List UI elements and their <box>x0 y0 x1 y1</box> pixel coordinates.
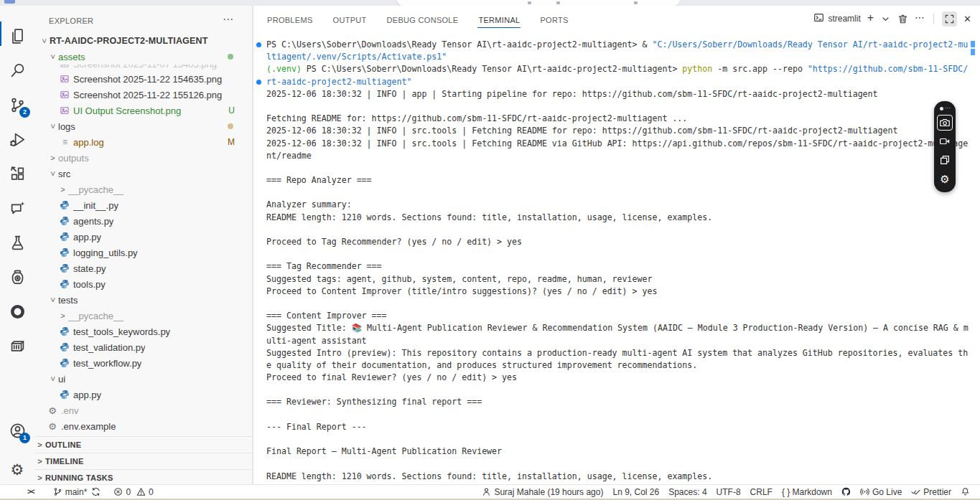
chevron-collapsed-icon: > <box>34 457 45 466</box>
tree-file-tools-py[interactable]: tools.py <box>34 276 252 292</box>
status-encoding[interactable]: UTF-8 <box>717 487 741 497</box>
terminal-line: README length: 1210 words. Sections foun… <box>253 212 980 224</box>
activity-account-icon[interactable]: 1 <box>0 416 34 445</box>
sidebar-section-timeline[interactable]: >TIMELINE <box>34 453 252 469</box>
tree-file-screenshot-2025-11-22-155126-png[interactable]: Screenshot 2025-11-22 155126.png <box>34 87 252 103</box>
tree-file-agents-py[interactable]: agents.py <box>34 213 252 229</box>
python-file-icon <box>59 199 70 211</box>
tree-file-test-validation-py[interactable]: test_validation.py <box>34 339 252 355</box>
tree-file-logging-utils-py[interactable]: logging_utils.py <box>34 245 252 260</box>
status-sync-changes[interactable] <box>91 487 101 496</box>
terminal-text-segment: Proceed to Tag Recommender? (yes / no / … <box>266 237 522 247</box>
tree-file--env[interactable]: ⚙.env <box>34 402 252 418</box>
panel-tab-ports[interactable]: PORTS <box>539 13 569 28</box>
tree-file-state-py[interactable]: state.py <box>34 260 252 276</box>
status-git-branch[interactable]: main* <box>53 487 88 497</box>
activity-container-icon[interactable] <box>0 331 34 360</box>
terminal-dropdown-chevron-icon[interactable] <box>880 14 891 24</box>
terminal-text-segment: PS C:\Users\Soberr\Downloads\Ready Tenso… <box>266 39 652 49</box>
command-decoration-icon[interactable] <box>256 80 261 85</box>
capture-widget-header[interactable]: ⋯ <box>940 105 951 112</box>
copy-capture-button[interactable] <box>937 152 953 168</box>
activity-run-debug-icon[interactable] <box>0 125 34 154</box>
activity-source-control-icon[interactable]: 2 <box>0 90 34 119</box>
status-errors-count[interactable]: 0 <box>113 487 131 497</box>
status-notifications-bell[interactable] <box>961 487 970 496</box>
python-file-icon <box>59 231 70 242</box>
panel-tab-output[interactable]: OUTPUT <box>332 13 368 28</box>
activity-extensions-icon[interactable] <box>0 159 34 188</box>
explorer-title: EXPLORER <box>49 16 93 25</box>
badge: 1 <box>19 433 30 443</box>
sidebar-section-outline[interactable]: >OUTLINE <box>34 436 252 453</box>
scrollbar-command-mark[interactable] <box>971 49 975 55</box>
tree-file-screenshot-2025-11-07-15405-png[interactable]: Screenshot 2025-11-07 15405.png <box>34 65 252 71</box>
panel-more-actions[interactable]: ⋯ <box>915 11 925 23</box>
tree-folder-src[interactable]: >src <box>34 166 252 181</box>
activity-testing-icon[interactable] <box>0 228 34 257</box>
tree-folder-rt-aaidc-project2-multiagent[interactable]: >RT-AAIDC-PROJECT2-MULTIAGENT <box>34 33 252 49</box>
close-panel-button[interactable]: ✕ <box>963 14 971 24</box>
panel-tab-debug-console[interactable]: DEBUG CONSOLE <box>386 13 459 28</box>
github-icon <box>841 487 851 496</box>
tree-folder-ui[interactable]: >ui <box>34 371 252 387</box>
maximize-panel-button[interactable] <box>942 11 957 27</box>
kill-terminal-button[interactable] <box>897 14 908 24</box>
terminal-line: Proceed to Content Improver (title/intro… <box>253 286 980 298</box>
tree-file-ui-output-screenshot-png[interactable]: UI Output Screenshot.pngU <box>34 103 252 118</box>
more-actions-icon[interactable]: ⋯ <box>223 13 233 26</box>
record-video-button[interactable] <box>937 133 953 149</box>
tree-folder-tests[interactable]: >tests <box>34 292 252 308</box>
status-bar-left: ><main*00 <box>0 485 154 499</box>
tree-folder--pycache-[interactable]: >__pycache__ <box>34 308 252 324</box>
activity-files-icon[interactable] <box>0 22 34 50</box>
tree-folder--pycache-[interactable]: >__pycache__ <box>34 181 252 197</box>
tree-file-app-py[interactable]: app.py <box>34 387 252 402</box>
tree-file-app-log[interactable]: ≡app.logM <box>34 134 252 150</box>
terminal-instance[interactable]: streamlit <box>813 12 860 26</box>
status-indentation[interactable]: Spaces: 4 <box>668 487 706 497</box>
bell-icon <box>961 487 970 496</box>
terminal-text-segment: python <box>682 64 712 74</box>
status-eol-sequence[interactable]: CRLF <box>750 487 773 497</box>
activity-jar-icon[interactable] <box>0 263 34 291</box>
status-prettier[interactable]: Prettier <box>911 487 951 497</box>
terminal-text-segment: --- Final Report --- <box>266 422 367 432</box>
terminal-line <box>253 187 980 199</box>
new-terminal-button[interactable]: + <box>867 14 874 24</box>
tree-file-app-py[interactable]: app.py <box>34 229 252 245</box>
tree-file--init-py[interactable]: __init__.py <box>34 197 252 213</box>
tree-file-test-tools-keywords-py[interactable]: test_tools_keywords.py <box>34 324 252 339</box>
status-language-mode[interactable]: { } Markdown <box>782 487 832 497</box>
status-label: UTF-8 <box>717 487 741 497</box>
tree-folder-outputs[interactable]: >outputs <box>34 150 252 166</box>
tree-folder-assets[interactable]: >assets <box>34 49 252 65</box>
activity-edge-icon[interactable] <box>0 297 34 326</box>
status-remote-indicator[interactable]: >< <box>0 488 34 496</box>
panel-tab-problems[interactable]: PROBLEMS <box>266 13 314 28</box>
tree-file-screenshot-2025-11-22-154635-png[interactable]: Screenshot 2025-11-22 154635.png <box>34 71 252 87</box>
activity-search-icon[interactable] <box>0 56 34 85</box>
tree-item-label: .env <box>61 405 79 416</box>
terminal-text-segment: ulti-agent assistant <box>266 336 367 346</box>
status-github-status[interactable] <box>841 487 851 496</box>
tree-item-label: app.log <box>73 137 104 148</box>
terminal-line <box>253 224 980 236</box>
status-warnings-count[interactable]: 0 <box>136 487 154 497</box>
status-commit-author[interactable]: Suraj Mahale (19 hours ago) <box>482 487 603 497</box>
tree-file-test-workflow-py[interactable]: test_workflow.py <box>34 355 252 371</box>
scrollbar-command-mark[interactable] <box>971 41 975 47</box>
explorer-sidebar: EXPLORER ⋯ >RT-AAIDC-PROJECT2-MULTIAGENT… <box>34 6 253 484</box>
log-file-icon: ≡ <box>59 136 70 148</box>
status-go-live[interactable]: Go Live <box>860 487 902 497</box>
capture-settings-button[interactable]: ⚙ <box>937 171 953 187</box>
status-cursor-position[interactable]: Ln 9, Col 26 <box>612 487 659 497</box>
tree-folder-logs[interactable]: >logs <box>34 118 252 134</box>
command-decoration-icon[interactable] <box>256 42 261 47</box>
chevron-expanded-icon: > <box>49 52 57 62</box>
activity-settings-gear-icon[interactable]: ⚙ <box>0 455 34 484</box>
tree-file--env-example[interactable]: ⚙.env.example <box>34 418 252 434</box>
panel-tab-terminal[interactable]: TERMINAL <box>477 13 521 28</box>
screenshot-camera-button[interactable] <box>937 115 953 131</box>
activity-chat-icon[interactable] <box>0 194 34 222</box>
